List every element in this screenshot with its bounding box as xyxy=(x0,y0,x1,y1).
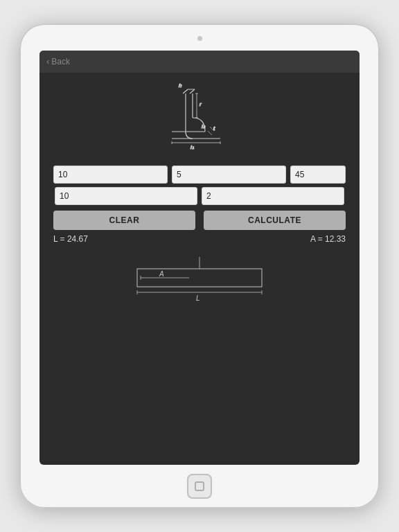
input-radius[interactable] xyxy=(55,187,197,205)
clear-button[interactable]: CLEAR xyxy=(53,211,195,230)
input-row-1 xyxy=(53,166,346,184)
elbow-diagram: l₁ r l₂ h t xyxy=(151,80,248,156)
home-button-inner xyxy=(195,481,204,491)
svg-line-10 xyxy=(183,89,188,94)
back-chevron-icon: ‹ xyxy=(46,56,49,66)
input-row-2 xyxy=(53,187,346,205)
main-content: l₁ r l₂ h t xyxy=(39,73,360,465)
input-angle[interactable] xyxy=(290,166,346,184)
home-button[interactable] xyxy=(187,474,212,499)
button-row: CLEAR CALCULATE xyxy=(53,211,346,230)
nav-bar: ‹ Back xyxy=(39,51,360,73)
app-screen: ‹ Back xyxy=(39,51,360,465)
bar-diagram: A L xyxy=(116,254,283,316)
input-n[interactable] xyxy=(202,187,344,205)
svg-text:l₁: l₁ xyxy=(190,144,194,150)
result-l: L = 24.67 xyxy=(53,234,88,244)
results-row: L = 24.67 A = 12.33 xyxy=(53,234,346,244)
calculate-button[interactable]: CALCULATE xyxy=(204,211,346,230)
svg-line-18 xyxy=(208,131,212,135)
svg-text:r: r xyxy=(200,101,202,107)
svg-text:A: A xyxy=(159,270,164,278)
tablet-camera xyxy=(197,36,202,41)
input-l2[interactable] xyxy=(172,166,286,184)
result-a: A = 12.33 xyxy=(310,234,346,244)
tablet-frame: ‹ Back xyxy=(19,24,380,508)
svg-text:L: L xyxy=(196,294,200,302)
input-l1[interactable] xyxy=(53,166,168,184)
svg-text:h: h xyxy=(179,82,182,89)
back-label: Back xyxy=(51,57,70,66)
svg-line-11 xyxy=(190,89,195,94)
back-button[interactable]: ‹ Back xyxy=(46,56,70,66)
